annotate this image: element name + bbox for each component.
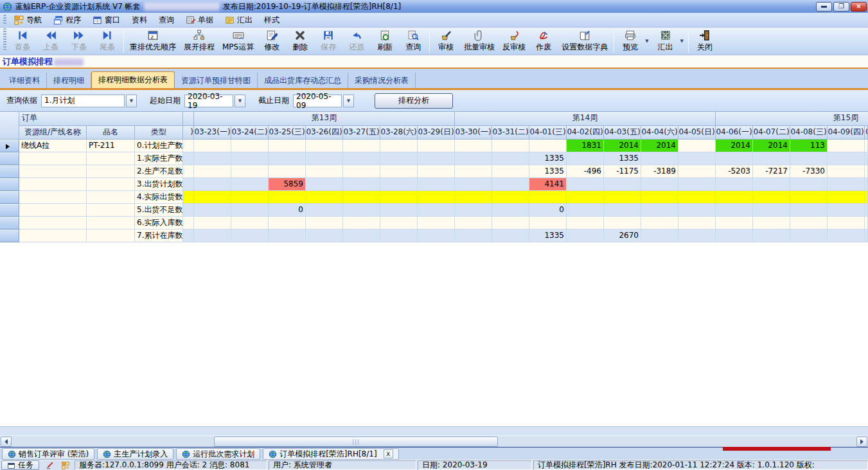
data-cell[interactable] [716, 178, 753, 191]
product-cell[interactable] [87, 204, 135, 217]
data-cell[interactable] [567, 178, 604, 191]
data-cell[interactable]: 1335 [604, 152, 641, 165]
data-cell[interactable] [231, 217, 269, 230]
data-cell[interactable] [269, 165, 306, 178]
clipped-right-data-cell[interactable] [865, 204, 868, 217]
data-cell[interactable] [343, 204, 380, 217]
scroll-right-button[interactable] [856, 437, 867, 447]
data-cell[interactable] [790, 230, 828, 242]
date-column-header-9[interactable]: 03-31(二) [492, 126, 529, 140]
data-cell[interactable] [194, 165, 231, 178]
clipped-left-column-header[interactable]: ) [183, 126, 194, 140]
data-cell[interactable] [716, 152, 753, 165]
clipped-right-data-cell[interactable] [865, 217, 868, 230]
data-cell[interactable] [604, 178, 641, 191]
data-cell[interactable] [380, 178, 418, 191]
data-cell[interactable] [380, 152, 418, 165]
data-cell[interactable] [194, 191, 231, 204]
row-selector-cell[interactable] [0, 178, 19, 191]
data-cell[interactable] [529, 191, 567, 204]
date-column-header-4[interactable]: 03-26(四) [306, 126, 343, 140]
menu-item-5[interactable]: 查询 [153, 14, 180, 27]
data-cell[interactable] [231, 230, 269, 242]
close-button[interactable]: × [851, 2, 867, 12]
date-column-header-3[interactable]: 03-25(三) [269, 126, 306, 140]
task-tab-close-button[interactable]: x [384, 449, 393, 458]
menu-item-3[interactable]: 窗口 [87, 14, 126, 27]
data-cell[interactable] [194, 178, 231, 191]
toolbar-grip[interactable] [3, 15, 6, 25]
data-cell[interactable] [231, 165, 269, 178]
data-cell[interactable] [269, 152, 306, 165]
date-column-header-15[interactable]: 04-06(一) [716, 126, 753, 140]
toolbar-button-4[interactable]: 尾条 [93, 28, 121, 54]
toolbar-button-2[interactable]: 上条 [37, 28, 65, 54]
data-cell[interactable]: -496 [567, 165, 604, 178]
tab-4[interactable]: 资源订单预排甘特图 [175, 73, 258, 88]
scroll-left-button[interactable] [1, 437, 12, 447]
data-cell[interactable] [828, 191, 865, 204]
data-cell[interactable] [194, 152, 231, 165]
clipped-left-data-cell[interactable] [183, 165, 194, 178]
data-cell[interactable]: -7330 [790, 165, 828, 178]
data-cell[interactable]: 2670 [604, 230, 641, 242]
date-column-header-13[interactable]: 04-04(六) [641, 126, 678, 140]
toolbar-button-8[interactable]: 修改 [258, 28, 286, 54]
data-cell[interactable] [678, 178, 716, 191]
data-cell[interactable] [753, 217, 790, 230]
dropdown-caret-icon[interactable]: ▼ [645, 39, 648, 44]
menu-item-7[interactable]: 汇出 [219, 14, 258, 27]
data-cell[interactable]: 1335 [529, 152, 567, 165]
data-cell[interactable] [380, 191, 418, 204]
fixed-column-header-2[interactable]: 品名 [87, 126, 135, 140]
data-cell[interactable] [604, 204, 641, 217]
data-cell[interactable] [418, 217, 455, 230]
query-basis-field[interactable]: 1.月计划 [41, 95, 125, 107]
data-cell[interactable]: -7217 [753, 165, 790, 178]
clipped-right-data-cell[interactable] [865, 165, 868, 178]
start-date-field[interactable]: 2020-03-19 [184, 95, 233, 107]
menu-item-4[interactable]: 资料 [126, 14, 153, 27]
data-cell[interactable] [529, 140, 567, 152]
resource-cell[interactable] [19, 152, 87, 165]
data-cell[interactable] [641, 204, 678, 217]
fixed-column-header-1[interactable]: 资源组/产线名称 [19, 126, 87, 140]
data-cell[interactable] [641, 152, 678, 165]
data-cell[interactable] [678, 140, 716, 152]
clipped-right-data-cell[interactable] [865, 178, 868, 191]
clipped-left-data-cell[interactable] [183, 217, 194, 230]
data-cell[interactable] [306, 178, 343, 191]
data-cell[interactable]: 2014 [716, 140, 753, 152]
data-cell[interactable] [343, 178, 380, 191]
data-cell[interactable]: -5203 [716, 165, 753, 178]
data-cell[interactable] [828, 140, 865, 152]
date-column-header-8[interactable]: 03-30(一) [455, 126, 492, 140]
data-cell[interactable] [231, 152, 269, 165]
data-cell[interactable] [418, 178, 455, 191]
toolbar-button-10[interactable]: 保存 [314, 28, 342, 54]
data-cell[interactable] [380, 217, 418, 230]
data-cell[interactable] [828, 217, 865, 230]
data-cell[interactable] [194, 140, 231, 152]
data-cell[interactable] [231, 140, 269, 152]
data-cell[interactable] [455, 191, 492, 204]
data-cell[interactable] [306, 152, 343, 165]
data-cell[interactable] [492, 191, 529, 204]
data-cell[interactable] [678, 191, 716, 204]
data-cell[interactable] [343, 191, 380, 204]
row-selector-cell[interactable] [0, 152, 19, 165]
tab-6[interactable]: 采购情况分析表 [348, 73, 416, 88]
data-cell[interactable] [343, 230, 380, 242]
data-cell[interactable] [418, 140, 455, 152]
data-cell[interactable] [306, 191, 343, 204]
data-cell[interactable] [418, 230, 455, 242]
clipped-right-data-cell[interactable] [865, 230, 868, 242]
data-cell[interactable] [492, 178, 529, 191]
data-cell[interactable] [455, 152, 492, 165]
product-cell[interactable] [87, 217, 135, 230]
data-cell[interactable] [306, 165, 343, 178]
row-type-cell[interactable]: 4.实际出货数 [135, 191, 183, 204]
data-cell[interactable] [418, 165, 455, 178]
date-column-header-5[interactable]: 03-27(五) [343, 126, 380, 140]
row-type-cell[interactable]: 5.出货不足数 [135, 204, 183, 217]
